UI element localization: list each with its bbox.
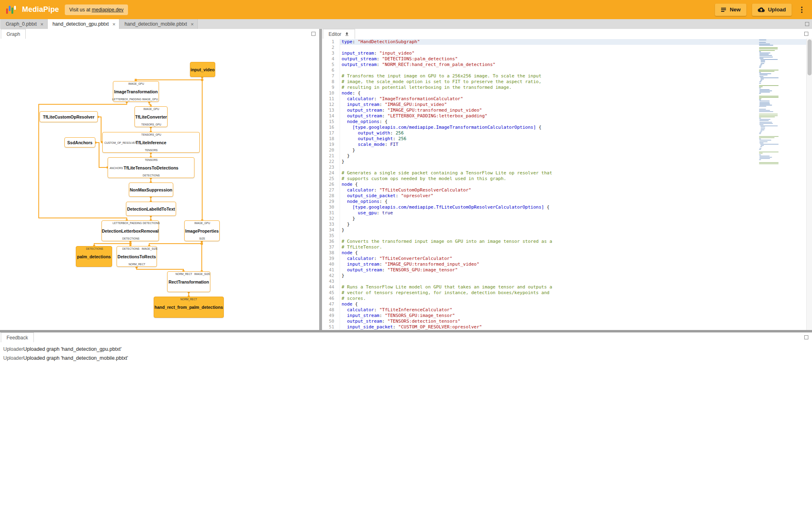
maximize-graph-pane-icon[interactable] bbox=[311, 32, 316, 36]
close-tab-icon[interactable]: × bbox=[40, 22, 44, 27]
code-line[interactable]: 41 output_stream: "TENSORS_GPU:image_ten… bbox=[322, 267, 812, 273]
code-line[interactable]: 36# Converts the transformed input image… bbox=[322, 239, 812, 244]
file-tab[interactable]: Graph_0.pbtxt× bbox=[1, 19, 48, 29]
graph-canvas[interactable]: input_videoImageTransformationIMAGE_GPUL… bbox=[0, 39, 319, 330]
code-line[interactable]: 14 output_stream: "LETTERBOX_PADDING:let… bbox=[322, 113, 812, 119]
tab-graph[interactable]: Graph bbox=[1, 29, 26, 39]
code-line[interactable]: 47node { bbox=[322, 301, 812, 307]
graph-node-tflite-converter[interactable]: TfLiteConverterIMAGE_GPUTENSORS_GPU bbox=[135, 106, 168, 127]
graph-node-tflite-custom-op-resolver[interactable]: TfLiteCustomOpResolver bbox=[40, 111, 98, 122]
code-line[interactable]: 9# resulting in potential letterboxing i… bbox=[322, 85, 812, 90]
code-line[interactable]: 40 input_stream: "IMAGE_GPU:transformed_… bbox=[322, 262, 812, 267]
mediapipe-dev-link[interactable]: mediapipe.dev bbox=[92, 7, 124, 13]
code-line[interactable]: 32 } bbox=[322, 216, 812, 222]
download-icon[interactable] bbox=[344, 32, 349, 37]
code-line-text: output_height: 256 bbox=[340, 136, 812, 142]
more-options-menu[interactable] bbox=[797, 4, 806, 16]
code-line-text: calculator: "TfLiteInferenceCalculator" bbox=[340, 307, 812, 313]
code-line[interactable]: 15 node_options: { bbox=[322, 119, 812, 125]
code-line[interactable]: 18 output_height: 256 bbox=[322, 136, 812, 142]
code-line[interactable]: 13 output_stream: "IMAGE_GPU:transformed… bbox=[322, 108, 812, 113]
graph-pane-header: Graph bbox=[0, 29, 319, 39]
feedback-entry: UploaderUploaded graph 'hand_detection_g… bbox=[0, 345, 812, 354]
graph-node-non-max-suppression[interactable]: NonMaxSuppression bbox=[129, 183, 173, 197]
minimap-line bbox=[759, 157, 772, 158]
maximize-editor-pane-icon[interactable] bbox=[804, 32, 808, 36]
vertical-resize-handle[interactable] bbox=[319, 29, 322, 330]
minimap-line bbox=[759, 48, 778, 49]
graph-node-image-properties[interactable]: ImagePropertiesIMAGE_GPUSIZE bbox=[184, 220, 220, 241]
code-line[interactable]: 45# vector of tensors representing, for … bbox=[322, 290, 812, 296]
code-line[interactable]: 51 input_side_packet: "CUSTOM_OP_RESOLVE… bbox=[322, 324, 812, 330]
graph-node-ssd-anchors[interactable]: SsdAnchors bbox=[64, 137, 95, 147]
graph-node-image-transformation[interactable]: ImageTransformationIMAGE_GPULETTERBOX_PA… bbox=[113, 81, 159, 102]
code-editor[interactable]: 1type: "HandDetectionSubgraph"23input_st… bbox=[322, 39, 812, 330]
code-line[interactable]: 24# Generates a single side packet conta… bbox=[322, 170, 812, 176]
code-line[interactable]: 42} bbox=[322, 273, 812, 279]
code-line[interactable]: 2 bbox=[322, 45, 812, 51]
maximize-tabstrip-icon[interactable] bbox=[805, 22, 809, 26]
code-line[interactable]: 22} bbox=[322, 159, 812, 165]
tab-feedback[interactable]: Feedback bbox=[1, 332, 34, 342]
code-line[interactable]: 30 [type.googleapis.com/mediapipe.TfLite… bbox=[322, 205, 812, 210]
code-line[interactable]: 20 } bbox=[322, 147, 812, 153]
code-line[interactable]: 27 calculator: "TfLiteCustomOpResolverCa… bbox=[322, 187, 812, 193]
code-line[interactable]: 46# scores. bbox=[322, 296, 812, 301]
graph-node-rect-transformation[interactable]: RectTransformationNORM_RECTIMAGE_SIZE bbox=[167, 271, 210, 292]
code-line[interactable]: 49 input_stream: "TENSORS_GPU:image_tens… bbox=[322, 313, 812, 319]
maximize-feedback-pane-icon[interactable] bbox=[804, 335, 808, 339]
upload-button[interactable]: Upload bbox=[752, 4, 792, 16]
code-line[interactable]: 12 input_stream: "IMAGE_GPU:input_video" bbox=[322, 102, 812, 108]
code-line[interactable]: 28 output_side_packet: "opresolver" bbox=[322, 193, 812, 199]
graph-node-tflite-tensors-to-detections[interactable]: TfLiteTensorsToDetectionsTENSORSANCHORSD… bbox=[108, 157, 194, 178]
file-tab[interactable]: hand_detection_gpu.pbtxt× bbox=[48, 19, 120, 29]
code-line[interactable]: 17 output_width: 256 bbox=[322, 130, 812, 136]
new-button[interactable]: New bbox=[715, 4, 746, 16]
code-line[interactable]: 31 use_gpu: true bbox=[322, 210, 812, 216]
code-line[interactable]: 26node { bbox=[322, 182, 812, 187]
editor-minimap[interactable] bbox=[759, 40, 797, 329]
graph-node-detections-to-rects[interactable]: DetectionsToRectsDETECTIONSIMAGE_SIZENOR… bbox=[117, 246, 157, 267]
code-line[interactable]: 10node: { bbox=[322, 90, 812, 96]
minimap-line bbox=[759, 88, 761, 88]
close-tab-icon[interactable]: × bbox=[191, 22, 194, 27]
code-line[interactable]: 11 calculator: "ImageTransformationCalcu… bbox=[322, 96, 812, 102]
code-line[interactable]: 4output_stream: "DETECTIONS:palm_detecti… bbox=[322, 56, 812, 62]
graph-node-tflite-inference[interactable]: TfLiteInferenceTENSORS_GPUCUSTOM_OP_RESO… bbox=[102, 132, 200, 153]
graph-pane: Graph input_videoImageTransformationIMAG… bbox=[0, 29, 319, 330]
tab-editor[interactable]: Editor bbox=[323, 29, 355, 39]
graph-node-detection-letterbox-removal[interactable]: DetectionLetterboxRemovalLETTERBOX_PADDI… bbox=[102, 220, 159, 241]
code-line[interactable]: 38node { bbox=[322, 250, 812, 256]
editor-scrollbar-thumb[interactable] bbox=[808, 40, 812, 75]
code-line[interactable]: 19 scale_mode: FIT bbox=[322, 142, 812, 147]
code-line[interactable]: 48 calculator: "TfLiteInferenceCalculato… bbox=[322, 307, 812, 313]
code-line[interactable]: 25# supports custom ops needed by the mo… bbox=[322, 176, 812, 182]
code-line[interactable]: 34} bbox=[322, 227, 812, 233]
graph-node-title: TfLiteTensorsToDetections bbox=[124, 165, 178, 170]
code-line-text: node { bbox=[340, 182, 812, 187]
port-label-detections: DETECTIONS bbox=[122, 237, 139, 240]
code-line[interactable]: 16 [type.googleapis.com/mediapipe.ImageT… bbox=[322, 125, 812, 130]
code-line[interactable]: 43 bbox=[322, 279, 812, 284]
file-tab[interactable]: hand_detection_mobile.pbtxt× bbox=[119, 19, 198, 29]
close-tab-icon[interactable]: × bbox=[113, 22, 116, 27]
code-line[interactable]: 50 output_stream: "TENSORS:detection_ten… bbox=[322, 319, 812, 324]
code-line[interactable]: 8# image, the scale_mode option is set t… bbox=[322, 79, 812, 85]
graph-node-detection-label-id-to-text[interactable]: DetectionLabelIdToText bbox=[126, 202, 176, 216]
code-line[interactable]: 39 calculator: "TfLiteConverterCalculato… bbox=[322, 256, 812, 262]
graph-node-input-video[interactable]: input_video bbox=[190, 62, 215, 77]
graph-node-palm-detections[interactable]: palm_detectionsDETECTIONS bbox=[76, 246, 112, 267]
code-line[interactable]: 21 } bbox=[322, 153, 812, 159]
code-line[interactable]: 7# Transforms the input image on GPU to … bbox=[322, 73, 812, 79]
code-line[interactable]: 5output_stream: "NORM_RECT:hand_rect_fro… bbox=[322, 62, 812, 68]
code-line[interactable]: 33 } bbox=[322, 222, 812, 227]
code-line[interactable]: 3input_stream: "input_video" bbox=[322, 51, 812, 56]
graph-node-hand-rect-from-palm-detections[interactable]: hand_rect_from_palm_detectionsNORM_RECT bbox=[154, 297, 224, 318]
code-line[interactable]: 29 node_options: { bbox=[322, 199, 812, 205]
code-line[interactable]: 44# Runs a TensorFlow Lite model on GPU … bbox=[322, 284, 812, 290]
code-line[interactable]: 37# TfLiteTensor. bbox=[322, 244, 812, 250]
code-line[interactable]: 23 bbox=[322, 165, 812, 170]
code-line[interactable]: 6 bbox=[322, 68, 812, 73]
code-line[interactable]: 35 bbox=[322, 233, 812, 239]
code-line[interactable]: 1type: "HandDetectionSubgraph" bbox=[322, 39, 812, 45]
